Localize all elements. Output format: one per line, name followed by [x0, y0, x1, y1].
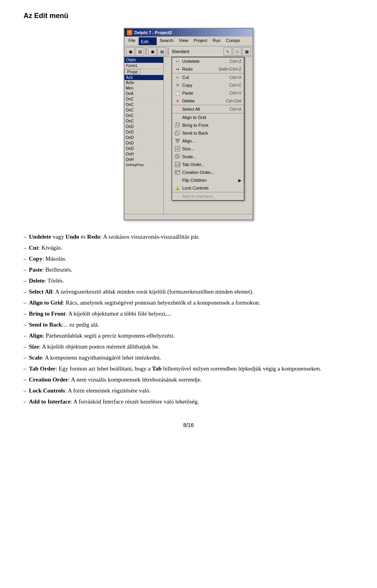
title-bar: 7 Delphi 7 - Project2 — [124, 29, 253, 37]
oi-val-ond1 — [144, 124, 146, 129]
menu-item-redo[interactable]: ↪ Redo Shift+Ctrl+Z — [172, 65, 244, 73]
menu-item-creationorder[interactable]: ≡ Creation Order... — [172, 168, 244, 176]
dash: – — [24, 397, 27, 406]
menu-item-bringfront[interactable]: Bring to Front — [172, 121, 244, 129]
object-inspector: Objec Form1 Prope Acti Activ Men — [124, 57, 164, 214]
toolbar-sep-2 — [168, 47, 168, 55]
dash: – — [24, 254, 27, 263]
menu-view[interactable]: View — [177, 37, 191, 45]
oi-key-ond2: OnD — [124, 130, 144, 135]
description-area: –Undelete vagy Undo és Redo: A szokásos … — [24, 232, 353, 406]
oi-row-ona: OnA — [124, 91, 163, 97]
paste-shortcut: Ctrl+V — [229, 91, 242, 95]
menu-compo[interactable]: Compo — [224, 37, 242, 45]
menu-run[interactable]: Run — [210, 37, 223, 45]
sendback-label: Send to Back — [182, 131, 208, 135]
copy-icon: ⧉ — [174, 82, 181, 88]
delete-shortcut: Ctrl+Del — [226, 99, 242, 103]
aligngrid-icon — [174, 114, 181, 121]
menu-item-cut[interactable]: ✂ Cut Ctrl+X — [172, 73, 244, 81]
status-text — [126, 215, 127, 219]
menu-item-undelete[interactable]: ↩ Undelete Ctrl+Z — [172, 57, 244, 65]
menu-item-lockcontrols[interactable]: 🔒 Lock Controls — [172, 184, 244, 192]
menu-item-selectall[interactable]: Select All Ctrl+A — [172, 105, 244, 113]
toolbar-right-1[interactable]: ↖ — [223, 47, 232, 56]
copy-label: Copy — [182, 83, 192, 88]
toolbar-btn-2[interactable]: ▤ — [135, 47, 144, 56]
toolbar-btn-3[interactable]: ▣ — [148, 47, 157, 56]
menu-item-scale[interactable]: Scale... — [172, 153, 244, 161]
oi-rows: Activ Men OnA OnC — [124, 80, 163, 168]
menu-edit[interactable]: Edit ↖ — [139, 37, 157, 45]
desc-text: Lock Controls: A form elemeinek rögzítés… — [29, 386, 151, 395]
oi-row-onc1: OnC — [124, 97, 163, 102]
desc-text: Creation Order: A nem vizuális komponens… — [29, 375, 202, 384]
oi-val-onc5 — [144, 119, 146, 124]
redo-shortcut: Shift+Ctrl+Z — [218, 67, 242, 71]
menu-project[interactable]: Project — [191, 37, 209, 45]
dash: – — [24, 364, 27, 373]
page-title: Az Edit menü — [24, 12, 353, 20]
toolbar-standard-label: Standard — [172, 49, 189, 54]
oi-row-men: Men — [124, 86, 163, 91]
undo-icon: ↩ — [174, 58, 181, 64]
desc-text: Size: A kijelölt objektum pontos méretei… — [29, 342, 159, 351]
menu-item-sendback[interactable]: Send to Back — [172, 129, 244, 137]
svg-rect-6 — [177, 142, 178, 143]
undelete-shortcut: Ctrl+Z — [230, 59, 242, 64]
flipchildren-icon — [174, 177, 181, 183]
toolbar-btn-4[interactable]: ▤ — [157, 47, 166, 56]
menu-item-addinterface[interactable]: Add to Interface... — [172, 192, 244, 200]
menu-search[interactable]: Search — [157, 37, 176, 45]
oi-key-activ: Activ — [124, 80, 144, 85]
toolbar-sep-1 — [146, 47, 146, 55]
dash: – — [24, 232, 27, 241]
toolbar-btn-1[interactable]: ▣ — [126, 47, 135, 56]
edit-dropdown: ↩ Undelete Ctrl+Z ↪ Redo Shift+Ctrl+Z ✂ — [172, 57, 244, 201]
page-number: 8/16 — [24, 422, 353, 428]
oi-val-onc2 — [144, 102, 146, 107]
main-area: ↩ Undelete Ctrl+Z ↪ Redo Shift+Ctrl+Z ✂ — [164, 57, 253, 214]
menu-item-paste[interactable]: 📋 Paste Ctrl+V — [172, 89, 244, 97]
toolbar-right-3[interactable]: ▦ — [242, 47, 251, 56]
oi-val-onkeypress — [144, 163, 146, 167]
bringfront-label: Bring to Front — [182, 123, 209, 128]
desc-text: Send to Back:... ez pedig alá. — [29, 320, 99, 329]
menu-file[interactable]: File — [126, 37, 138, 45]
oi-key-onkeypress: OnKeyPress — [124, 163, 144, 167]
redo-label: Redo — [182, 67, 192, 71]
status-bar — [124, 214, 253, 219]
oi-val-ona — [144, 91, 146, 96]
svg-text:≡: ≡ — [176, 172, 177, 174]
menu-item-aligngrid[interactable]: Align to Grid — [172, 113, 244, 121]
toolbar-right-2[interactable]: □ — [233, 47, 242, 56]
cursor: ↖ — [150, 38, 154, 44]
desc-text: Delete: Törlés. — [29, 276, 64, 285]
oi-row-onh2: OnH — [124, 157, 163, 163]
description-line: –Bring to Front: A kijelölt objektumot a… — [24, 309, 353, 318]
menu-item-size[interactable]: Size... — [172, 145, 244, 153]
menu-item-align[interactable]: Align... — [172, 137, 244, 145]
oi-row-onc2: OnC — [124, 102, 163, 108]
description-line: –Align: Párbeszédablak segíti a precíz k… — [24, 331, 353, 340]
delphi-window: 7 Delphi 7 - Project2 File Edit ↖ Search… — [124, 28, 253, 220]
oi-title: Objec — [124, 57, 163, 63]
oi-key-ond4: OnD — [124, 141, 144, 146]
dash: – — [24, 298, 27, 307]
menu-item-copy[interactable]: ⧉ Copy Ctrl+C — [172, 81, 244, 89]
screenshot-container: 7 Delphi 7 - Project2 File Edit ↖ Search… — [24, 28, 353, 220]
menu-item-flipchildren[interactable]: Flip Children ▶ — [172, 176, 244, 184]
dash: – — [24, 265, 27, 274]
menu-item-taborder[interactable]: 123 Tab Order... — [172, 161, 244, 168]
taborder-icon: 123 — [174, 161, 181, 168]
menu-item-delete[interactable]: ✕ Delete Ctrl+Del — [172, 97, 244, 105]
oi-val-onc4 — [144, 113, 146, 118]
oi-row-activ: Activ — [124, 80, 163, 86]
oi-tab-prop[interactable]: Prope — [124, 69, 141, 75]
delphi-logo: 7 — [127, 30, 132, 35]
desc-text: Select All: A szövegszerkesztő ablak min… — [29, 287, 254, 296]
description-line: –Cut: Kivágás. — [24, 243, 353, 252]
svg-rect-1 — [176, 123, 179, 126]
desc-text: Tab Order: Egy formon azt lehet beállíta… — [29, 364, 322, 373]
body: Objec Form1 Prope Acti Activ Men — [124, 57, 253, 214]
